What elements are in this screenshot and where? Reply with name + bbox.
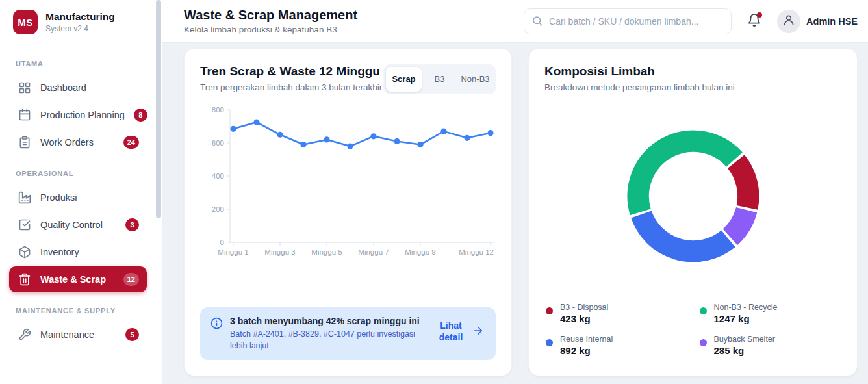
view-detail-link[interactable]: Lihat detail (434, 316, 485, 347)
trend-card-header: Tren Scrap & Waste 12 Minggu Tren perger… (200, 64, 496, 94)
legend-dot (546, 339, 553, 346)
insight-title: 3 batch menyumbang 42% scrap minggu ini (230, 316, 425, 326)
line-chart-point (324, 136, 329, 142)
sidebar-item-inventory[interactable]: Inventory (9, 239, 147, 265)
trend-tab-group: Scrap B3 Non-B3 (383, 64, 496, 94)
wrench-icon (18, 328, 31, 341)
donut-segment-reuse-internal (641, 214, 728, 251)
sidebar-item-label: Dashboard (40, 83, 86, 93)
svg-text:400: 400 (212, 172, 224, 180)
sidebar-nav: UTAMA Dashboard Production Planning 8 Wo… (0, 44, 162, 352)
line-chart-point (370, 133, 376, 139)
trend-card: Tren Scrap & Waste 12 Minggu Tren perger… (184, 48, 512, 376)
svg-text:200: 200 (212, 205, 224, 213)
app-logo: MS Manufacturing System v2.4 (0, 0, 162, 44)
trash-icon (18, 273, 31, 286)
topbar: Waste & Scrap Management Kelola limbah p… (162, 0, 868, 43)
legend-dot (700, 307, 707, 314)
svg-text:Minggu 12: Minggu 12 (459, 248, 494, 256)
svg-text:800: 800 (212, 106, 224, 114)
donut-chart (624, 127, 762, 268)
sidebar-item-maintenance[interactable]: Maintenance 5 (9, 322, 147, 348)
line-chart: 0200400600800Minggu 1Minggu 3Minggu 5Min… (200, 101, 496, 264)
composition-card: Komposisi Limbah Breakdown metode penang… (528, 48, 858, 376)
factory-icon (18, 191, 31, 204)
legend-item-non-b3-recycle: Non-B3 - Recycle 1247 kg (700, 303, 841, 324)
sidebar-item-dashboard[interactable]: Dashboard (9, 75, 147, 101)
legend-dot (546, 307, 553, 314)
search-input[interactable] (524, 8, 732, 34)
line-chart-point (253, 120, 259, 125)
nav-section-label: OPERASIONAL (0, 157, 156, 183)
legend-value: 285 kg (714, 345, 775, 356)
check-square-icon (18, 218, 31, 231)
legend-dot (700, 339, 707, 346)
page-subtitle: Kelola limbah produksi & kepatuhan B3 (184, 25, 357, 34)
legend-label: Buyback Smelter (714, 335, 775, 344)
sidebar-item-label: Quality Control (40, 220, 103, 230)
app-logo-badge: MS (13, 10, 38, 34)
sidebar-item-quality-control[interactable]: Quality Control 3 (9, 212, 147, 238)
donut-segment-b3-disposal (735, 162, 748, 208)
user-icon (782, 14, 795, 29)
app-root: MS Manufacturing System v2.4 UTAMA Dashb… (0, 0, 868, 384)
notification-dot (757, 12, 762, 18)
sidebar-item-label: Work Orders (40, 137, 94, 147)
legend-value: 892 kg (560, 345, 613, 356)
dashboard-icon (18, 81, 31, 94)
line-chart-point (394, 138, 400, 144)
nav-section-label: MAINTENANCE & SUPPLY (0, 294, 156, 320)
legend-label: Non-B3 - Recycle (714, 303, 778, 312)
svg-text:Minggu 3: Minggu 3 (264, 248, 295, 256)
donut-segment-buyback-smelter (730, 210, 746, 237)
trend-card-title: Tren Scrap & Waste 12 Minggu (200, 64, 382, 79)
main-area: Waste & Scrap Management Kelola limbah p… (162, 0, 868, 384)
info-icon (211, 317, 223, 329)
legend-item-reuse-internal: Reuse Internal 892 kg (546, 335, 687, 356)
line-chart-point (440, 129, 446, 134)
svg-text:600: 600 (212, 139, 224, 147)
line-chart-point (487, 130, 493, 136)
line-chart-point (464, 135, 470, 141)
donut-chart-area (544, 94, 841, 301)
sidebar-scrollbar-thumb[interactable] (156, 0, 161, 218)
svg-text:Minggu 5: Minggu 5 (311, 248, 342, 256)
legend-item-b3-disposal: B3 - Disposal 423 kg (546, 303, 687, 324)
tab-non-b3[interactable]: Non-B3 (457, 67, 493, 92)
line-chart-point (347, 144, 353, 149)
legend-label: B3 - Disposal (560, 303, 608, 312)
line-chart-point (300, 142, 306, 147)
sidebar-item-waste-scrap[interactable]: Waste & Scrap 12 (9, 266, 147, 292)
nav-section-label: UTAMA (0, 47, 156, 73)
user-menu[interactable]: Admin HSE (777, 10, 858, 33)
donut-chart-svg (624, 127, 762, 265)
legend-value: 1247 kg (714, 313, 778, 324)
user-name: Admin HSE (806, 16, 858, 27)
notifications-button[interactable] (742, 9, 767, 34)
line-chart-point (417, 142, 423, 147)
page-title: Waste & Scrap Management (184, 8, 357, 23)
tab-scrap[interactable]: Scrap (386, 67, 422, 92)
trend-card-subtitle: Tren pergerakan limbah dalam 3 bulan ter… (200, 82, 382, 94)
dashboard-content: Tren Scrap & Waste 12 Minggu Tren perger… (162, 43, 868, 384)
sidebar-item-work-orders[interactable]: Work Orders 24 (9, 129, 147, 155)
count-badge: 24 (123, 136, 139, 149)
package-icon (18, 246, 31, 259)
donut-legend: B3 - Disposal 423 kg Non-B3 - Recycle 12… (544, 301, 841, 360)
topbar-actions: Admin HSE (524, 8, 858, 34)
insight-banner: 3 batch menyumbang 42% scrap minggu ini … (200, 307, 496, 360)
sidebar-item-label: Maintenance (40, 329, 94, 340)
sidebar-item-production-planning[interactable]: Production Planning 8 (9, 102, 147, 128)
sidebar-item-produksi[interactable]: Produksi (9, 185, 147, 211)
search-icon (531, 15, 543, 27)
count-badge: 5 (125, 328, 139, 341)
clipboard-icon (18, 136, 31, 149)
sidebar: MS Manufacturing System v2.4 UTAMA Dashb… (0, 0, 162, 384)
avatar (777, 10, 800, 33)
sidebar-item-label: Waste & Scrap (40, 274, 106, 285)
svg-text:Minggu 1: Minggu 1 (218, 248, 248, 256)
line-chart-point (277, 132, 283, 138)
count-badge: 8 (134, 109, 147, 122)
tab-b3[interactable]: B3 (422, 67, 457, 92)
count-badge: 12 (123, 273, 139, 286)
